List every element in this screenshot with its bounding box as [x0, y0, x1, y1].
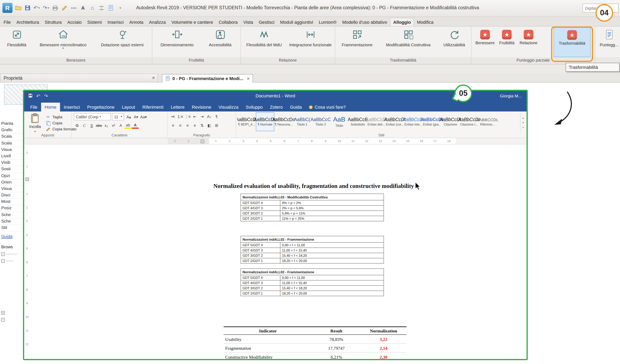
redo-icon[interactable]: ↷▾: [42, 4, 49, 12]
paragraph-tool-button[interactable]: ⊞: [213, 122, 220, 129]
style-gallery-item[interactable]: AaBbCcDt Enfasi (gra...: [423, 112, 441, 131]
browser-tree-node[interactable]: −: [1, 252, 23, 256]
word-ribbon-tab[interactable]: Lettere: [167, 103, 188, 112]
paragraph-tool-button[interactable]: ◧: [206, 122, 213, 129]
property-row[interactable]: Sche: [1, 218, 23, 225]
font-size-select[interactable]: 11 ▾: [112, 113, 124, 120]
style-gallery-item[interactable]: AaBbCcDt Citazione: [441, 112, 460, 131]
property-row[interactable]: Sosti: [1, 166, 23, 173]
property-row[interactable]: Stil: [1, 225, 23, 231]
undo-icon[interactable]: ↶▾: [33, 4, 40, 12]
scroll-down-icon[interactable]: ▾: [522, 121, 524, 124]
account-name[interactable]: Giorgia M...: [500, 93, 522, 98]
property-row[interactable]: Pianta: [1, 121, 23, 127]
style-gallery-item[interactable]: AaBbCcDc ¶ Nessuna...: [274, 112, 293, 131]
close-icon[interactable]: ✕: [247, 76, 250, 81]
property-row[interactable]: Most: [1, 199, 23, 205]
browser-tree-node[interactable]: −: [1, 318, 23, 321]
property-row[interactable]: Grafic: [1, 127, 23, 134]
panel-title[interactable]: Relazione: [241, 57, 335, 64]
paragraph-tool-button[interactable]: 1.≡: [177, 113, 184, 120]
aligned-dimension-icon[interactable]: [70, 4, 77, 12]
property-row[interactable]: Livell: [1, 153, 23, 160]
paragraph-tool-button[interactable]: ≡: [184, 122, 191, 129]
font-size-tool-button[interactable]: Aa▾: [140, 113, 147, 120]
word-ribbon-tab[interactable]: Sviluppo: [242, 103, 266, 112]
collapse-icon[interactable]: −: [1, 259, 5, 263]
dimensionamento-button[interactable]: Dimensionamento: [153, 27, 201, 57]
font-format-button[interactable]: C: [81, 122, 88, 129]
scroll-up-icon[interactable]: ▴: [522, 116, 524, 119]
panel-title[interactable]: Trasformabilità: [335, 57, 471, 64]
paragraph-tool-button[interactable]: ≡: [170, 122, 176, 129]
revit-ribbon-tab[interactable]: Collabora: [216, 18, 241, 26]
property-row[interactable]: Posiz: [1, 205, 23, 212]
style-gallery-item[interactable]: AaB Titolo: [330, 112, 348, 131]
style-gallery-item[interactable]: AaBbCcC Titolo 2: [311, 112, 330, 131]
punteggio-globale-button[interactable]: Puntegg...: [597, 27, 620, 57]
paragraph-tool-button[interactable]: A↓: [206, 113, 213, 120]
property-row[interactable]: Sche: [1, 212, 23, 218]
tell-me-box[interactable]: Cosa vuoi fare?: [305, 103, 349, 112]
flessibilita-mdu-button[interactable]: Flessibilità del MdU: [242, 27, 287, 57]
paragraph-tool-button[interactable]: ⇥: [199, 113, 205, 120]
integrazione-funzionale-button[interactable]: Integrazione funzionale: [287, 27, 334, 57]
print-icon[interactable]: [52, 4, 59, 12]
font-format-button[interactable]: ab: [125, 122, 132, 129]
panel-title[interactable]: Fruibilità: [152, 57, 241, 64]
style-gallery-item[interactable]: AaBbCcDt Enfasi inte...: [404, 112, 423, 131]
punteggio-benessere-button[interactable]: ★ Benessere: [474, 27, 496, 57]
property-row[interactable]: Disci: [1, 192, 23, 199]
document-page[interactable]: Normalized evaluation of usability, frag…: [168, 145, 459, 359]
revit-ribbon-tab[interactable]: Moduli aggiuntivi: [277, 18, 316, 26]
panel-title[interactable]: Benessere: [0, 57, 152, 64]
browser-tree-node[interactable]: −: [1, 259, 23, 263]
revit-ribbon-tab[interactable]: Acciaio: [64, 18, 84, 26]
revit-ribbon-tab[interactable]: Vista: [241, 18, 256, 26]
paragraph-tool-button[interactable]: •≡: [170, 113, 176, 120]
property-row[interactable]: Orien: [1, 179, 23, 186]
toolbar-customize-icon[interactable]: ▾: [116, 4, 124, 12]
style-gallery-item[interactable]: AaBbCcDt Enfasi (cor...: [386, 112, 404, 131]
paragraph-tool-button[interactable]: ≡: [191, 122, 198, 129]
utilizzabilita-button[interactable]: Utilizzabilità: [438, 27, 470, 57]
word-ribbon-tab[interactable]: Riferimenti: [139, 103, 167, 112]
style-gallery-item[interactable]: AaBbCcDt Citazione i...: [460, 112, 478, 131]
punteggio-trasformabilita-button[interactable]: ★ Trasformabilità: [554, 27, 590, 57]
thin-lines-icon[interactable]: [107, 4, 114, 12]
revit-ribbon-tab[interactable]: Lumion®: [316, 18, 340, 26]
revit-ribbon-tab[interactable]: Annota: [126, 18, 146, 26]
word-ribbon-tab[interactable]: Home: [41, 103, 60, 112]
font-size-tool-button[interactable]: A▾: [133, 113, 140, 120]
paragraph-tool-button[interactable]: ⇅: [199, 122, 205, 129]
font-family-select[interactable]: Calibri (Corp ▾: [74, 113, 111, 120]
revit-ribbon-tab[interactable]: Struttura: [42, 18, 64, 26]
style-gallery-scrollbar[interactable]: ▴ ▾ ≡: [520, 113, 526, 132]
style-gallery-item[interactable]: AABBCCDL Riferime...: [478, 112, 497, 131]
property-row[interactable]: Opzi: [1, 173, 23, 179]
revit-ribbon-tab[interactable]: File: [1, 18, 14, 26]
revit-ribbon-tab[interactable]: Modifica: [414, 18, 436, 26]
property-row[interactable]: Scala: [1, 134, 23, 140]
accessibilita-button[interactable]: Accessibilità: [201, 27, 239, 57]
style-gallery-item[interactable]: AaBbCcE Sottotitolo: [348, 112, 367, 131]
close-icon[interactable]: ✕: [152, 74, 155, 82]
paste-button[interactable]: Incolla ▾: [26, 113, 44, 133]
punteggio-relazione-button[interactable]: ★ Relazione: [517, 27, 540, 57]
font-format-button[interactable]: A: [132, 122, 139, 129]
font-format-button[interactable]: A: [117, 122, 124, 129]
open-icon[interactable]: [15, 4, 22, 12]
revit-ribbon-tab[interactable]: Analizza: [146, 18, 169, 26]
revit-ribbon-tab[interactable]: Alloggio: [390, 18, 414, 26]
flessibilita-button[interactable]: Flessibilità: [0, 27, 33, 57]
style-gallery-item[interactable]: AaBbCcDc ¶ Normale: [256, 112, 274, 131]
collapse-icon[interactable]: −: [1, 318, 5, 321]
paragraph-tool-button[interactable]: ¶: [213, 113, 220, 120]
paragraph-tool-button[interactable]: ⋮≡: [184, 113, 191, 120]
expand-icon[interactable]: +: [1, 311, 5, 315]
word-ribbon-tab[interactable]: Progettazione: [84, 103, 118, 112]
revit-ribbon-tab[interactable]: Inserisci: [105, 18, 126, 26]
save-icon[interactable]: [24, 4, 31, 12]
style-gallery-item[interactable]: AaBbCcD. ¶ MDPI_4...: [237, 112, 256, 131]
view-tab[interactable]: 0 - PG - Frammentazione e Modi... ✕: [162, 74, 253, 83]
